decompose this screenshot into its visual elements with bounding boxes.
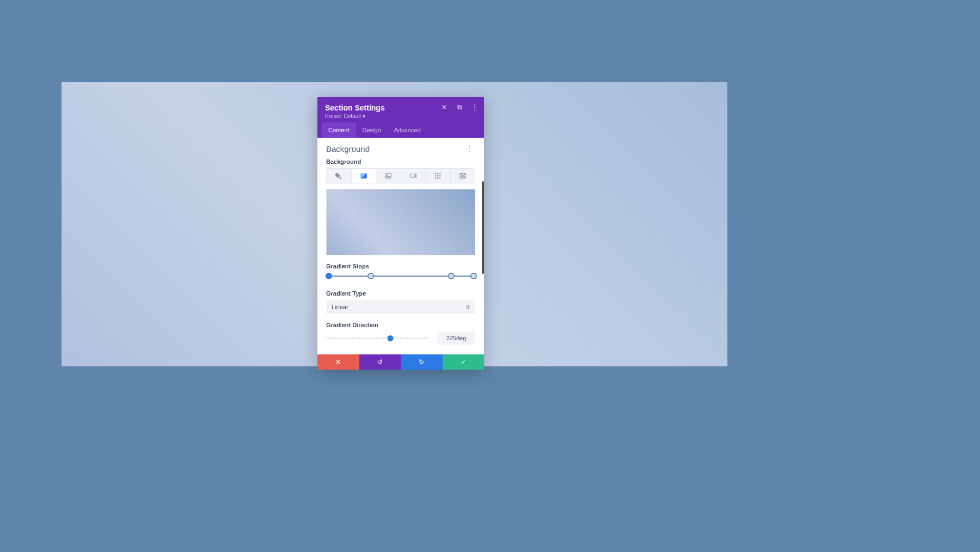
svg-rect-5: [437, 173, 438, 174]
tab-content[interactable]: Content: [322, 122, 356, 138]
check-icon: ✓: [461, 358, 466, 366]
panel-scrollbar[interactable]: [482, 181, 484, 274]
gradient-stops-track[interactable]: [326, 273, 475, 280]
bg-type-pattern[interactable]: [426, 169, 451, 183]
gradient-direction-label: Gradient Direction: [326, 322, 475, 328]
copy-icon[interactable]: ⧉: [456, 103, 463, 111]
svg-rect-6: [439, 173, 440, 174]
svg-rect-12: [439, 177, 440, 179]
select-caret-icon: ⇅: [465, 304, 470, 310]
gradient-stop-handle[interactable]: [470, 273, 477, 279]
undo-button[interactable]: ↺: [359, 354, 401, 370]
panel-header: Section Settings Preset: Default ▾ ✕ ⧉ ⋮: [317, 97, 484, 122]
panel-header-actions: ✕ ⧉ ⋮: [440, 103, 479, 111]
section-title-row: Background ⋮: [326, 143, 475, 154]
svg-rect-9: [439, 175, 440, 176]
panel-body: Background ⋮ Background: [317, 138, 484, 354]
slider-handle[interactable]: [387, 335, 393, 341]
slider-rail: [326, 338, 430, 339]
redo-icon: ↻: [419, 358, 424, 366]
gradient-type-select[interactable]: Linear ⇅: [326, 300, 475, 314]
pattern-icon: [434, 172, 442, 180]
paint-bucket-icon: [335, 172, 342, 180]
tab-design[interactable]: Design: [356, 122, 388, 138]
bg-type-image[interactable]: [376, 169, 401, 183]
gradient-stop-handle[interactable]: [367, 273, 374, 279]
save-button[interactable]: ✓: [443, 354, 485, 370]
mask-icon: [459, 172, 467, 180]
cancel-button[interactable]: ✕: [317, 354, 359, 370]
bg-type-color[interactable]: [327, 169, 352, 183]
undo-icon: ↺: [377, 358, 383, 366]
gradient-direction-slider[interactable]: [326, 334, 430, 342]
bg-type-video[interactable]: [401, 169, 426, 183]
svg-rect-11: [437, 177, 438, 179]
background-type-row: [326, 168, 475, 183]
gradient-stops-label: Gradient Stops: [326, 263, 475, 269]
video-icon: [409, 172, 417, 180]
panel-tabs: Content Design Advanced: [317, 122, 484, 138]
more-icon[interactable]: ⋮: [471, 103, 479, 111]
close-icon: ✕: [335, 358, 341, 366]
background-label: Background: [326, 158, 475, 165]
tab-advanced[interactable]: Advanced: [388, 122, 427, 138]
gradient-stop-handle[interactable]: [326, 273, 332, 279]
svg-rect-8: [437, 175, 438, 176]
gradient-preview: [326, 189, 475, 255]
bg-type-mask[interactable]: [451, 169, 475, 183]
section-more-icon[interactable]: ⋮: [463, 143, 475, 154]
settings-panel: Section Settings Preset: Default ▾ ✕ ⧉ ⋮…: [317, 97, 484, 370]
svg-rect-3: [411, 174, 415, 178]
gradient-direction-value[interactable]: 225deg: [437, 332, 475, 345]
gradient-stop-handle[interactable]: [448, 273, 455, 279]
gradient-direction-row: 225deg: [326, 332, 475, 345]
svg-rect-10: [435, 177, 436, 179]
svg-rect-7: [435, 175, 436, 176]
redo-button[interactable]: ↻: [401, 354, 443, 370]
svg-rect-4: [435, 173, 436, 174]
panel-preset[interactable]: Preset: Default ▾: [325, 113, 476, 119]
close-icon[interactable]: ✕: [440, 103, 448, 111]
panel-footer: ✕ ↺ ↻ ✓: [317, 354, 484, 370]
image-icon: [384, 172, 392, 180]
gradient-type-label: Gradient Type: [326, 290, 475, 297]
section-title: Background: [326, 144, 370, 154]
gradient-type-value: Linear: [332, 304, 348, 310]
bg-type-gradient[interactable]: [352, 169, 377, 183]
gradient-icon: [360, 172, 367, 180]
